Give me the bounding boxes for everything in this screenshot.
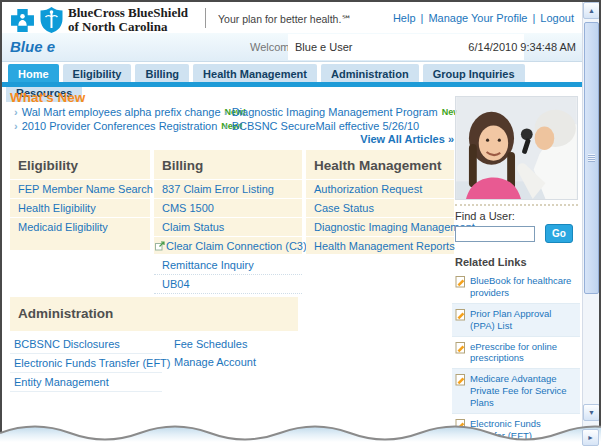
- link-fep-member-name-search[interactable]: FEP Member Name Search: [10, 179, 150, 198]
- link-separator: |: [532, 12, 535, 24]
- related-link-medicare-advantage[interactable]: Medicare Advantage Private Fee for Servi…: [452, 369, 580, 414]
- news-item: ›2010 Provider Conferences RegistrationN…: [14, 120, 243, 132]
- arrow-bullet-icon: ›: [224, 120, 228, 132]
- related-link-label: BlueBook for healthcare providers: [470, 275, 578, 299]
- related-link-label: Medicare Advantage Private Fee for Servi…: [470, 373, 578, 409]
- logo-line1: BlueCross BlueShield: [68, 6, 188, 20]
- administration-panel-title: Administration: [10, 297, 298, 327]
- tab-group-inquiries[interactable]: Group Inquiries: [423, 64, 525, 83]
- view-all-articles-link[interactable]: View All Articles »: [0, 133, 454, 145]
- link-entity-management[interactable]: Entity Management: [10, 373, 162, 392]
- blue-e-banner: Blue e Welcome Blue e User 6/14/2010 9:3…: [2, 33, 582, 62]
- blue-shield-icon: [39, 7, 64, 33]
- news-link-walmart-prefix[interactable]: Wal Mart employees alpha prefix change: [22, 106, 221, 118]
- link-health-eligibility[interactable]: Health Eligibility: [10, 198, 150, 217]
- link-label: Clear Claim Connection (C3): [166, 237, 307, 255]
- link-manage-account[interactable]: Manage Account: [170, 353, 300, 371]
- document-icon: [455, 341, 466, 354]
- doctor-patient-photo: [455, 96, 578, 200]
- related-link-label: Prior Plan Approval (PPA) List: [470, 308, 578, 332]
- health-management-panel: Health Management Authorization Request …: [306, 150, 454, 254]
- related-link-eprescribe[interactable]: ePrescribe for online prescriptions: [452, 337, 580, 370]
- link-clear-claim-connection[interactable]: Clear Claim Connection (C3): [154, 236, 302, 255]
- scroll-up-button[interactable]: ▲: [583, 2, 600, 19]
- scroll-right-button[interactable]: ►: [582, 429, 599, 446]
- tab-administration[interactable]: Administration: [321, 64, 419, 83]
- document-icon: [455, 275, 466, 288]
- related-link-prior-plan-approval[interactable]: Prior Plan Approval (PPA) List: [452, 304, 580, 337]
- window-border-top: [0, 0, 601, 2]
- tab-home[interactable]: Home: [8, 64, 59, 83]
- go-button[interactable]: Go: [545, 224, 573, 243]
- manage-profile-link[interactable]: Manage Your Profile: [428, 12, 527, 24]
- document-icon: [455, 418, 466, 431]
- tab-billing[interactable]: Billing: [135, 64, 189, 83]
- arrow-bullet-icon: ›: [14, 120, 18, 132]
- related-links-heading: Related Links: [455, 256, 527, 268]
- news-item: ›BCBSNC SecureMail effective 5/26/10: [224, 120, 423, 132]
- document-icon: [455, 373, 466, 386]
- related-link-label: ePrescribe for online prescriptions: [470, 341, 578, 365]
- whats-new-heading: What's New: [10, 90, 85, 105]
- link-fee-schedules[interactable]: Fee Schedules: [170, 335, 300, 353]
- news-item: ›Diagnostic Imaging Management ProgramNe…: [224, 106, 463, 118]
- blue-cross-icon: [10, 8, 35, 33]
- arrow-bullet-icon: ›: [14, 106, 18, 118]
- news-link-diagnostic-imaging[interactable]: Diagnostic Imaging Management Program: [232, 106, 438, 118]
- dotted-separator: [455, 204, 578, 206]
- link-diagnostic-imaging-management[interactable]: Diagnostic Imaging Management: [306, 217, 454, 236]
- link-bcbsnc-disclosures[interactable]: BCBSNC Disclosures: [10, 335, 162, 354]
- news-link-securemail[interactable]: BCBSNC SecureMail effective 5/26/10: [232, 120, 420, 132]
- scrollbar-thumb[interactable]: [584, 22, 599, 294]
- brand-tagline: Your plan for better health.℠: [218, 13, 352, 25]
- find-user-input[interactable]: [455, 226, 535, 242]
- utility-links: Help|Manage Your Profile|Logout: [393, 12, 574, 24]
- billing-panel: Billing 837 Claim Error Listing CMS 1500…: [154, 150, 302, 254]
- news-link-provider-conferences[interactable]: 2010 Provider Conferences Registration: [22, 120, 218, 132]
- help-link[interactable]: Help: [393, 12, 416, 24]
- arrow-bullet-icon: ›: [224, 106, 228, 118]
- administration-panel: Administration: [10, 297, 298, 331]
- administration-column-2: Fee Schedules Manage Account: [170, 335, 300, 371]
- related-link-eft-registration[interactable]: Electronic Funds Transfer (EFT) Registra…: [452, 414, 580, 448]
- link-case-status[interactable]: Case Status: [306, 198, 454, 217]
- logo-text: BlueCross BlueShield of North Carolina: [68, 6, 188, 35]
- header-divider: [205, 8, 206, 28]
- eligibility-panel: Eligibility FEP Member Name Search Healt…: [10, 150, 150, 250]
- link-medicaid-eligibility[interactable]: Medicaid Eligibility: [10, 217, 150, 236]
- administration-column-1: BCBSNC Disclosures Electronic Funds Tran…: [10, 335, 162, 392]
- window-border-left: [0, 0, 2, 440]
- news-item: ›Wal Mart employees alpha prefix changeN…: [14, 106, 246, 118]
- link-cms-1500[interactable]: CMS 1500: [154, 198, 302, 217]
- eligibility-panel-title: Eligibility: [10, 150, 150, 179]
- nav-accent-stripe: [2, 82, 582, 87]
- billing-panel-extra: Remittance Inquiry UB04: [154, 256, 302, 294]
- tab-eligibility[interactable]: Eligibility: [63, 64, 132, 83]
- current-datetime: 6/14/2010 9:34:48 AM: [468, 41, 576, 53]
- new-window-icon: [155, 241, 165, 251]
- bcbsnc-logo: BlueCross BlueShield of North Carolina: [10, 6, 188, 35]
- find-user-label: Find a User:: [455, 210, 515, 222]
- scroll-down-button[interactable]: ▼: [583, 404, 600, 421]
- top-header-bar: BlueCross BlueShield of North Carolina Y…: [2, 2, 582, 33]
- link-electronic-funds-transfer[interactable]: Electronic Funds Transfer (EFT): [10, 354, 162, 373]
- link-ub04[interactable]: UB04: [154, 275, 302, 294]
- health-management-panel-title: Health Management: [306, 150, 454, 179]
- related-link-bluebook[interactable]: BlueBook for healthcare providers: [452, 271, 580, 304]
- blue-e-portal-window: BlueCross BlueShield of North Carolina Y…: [0, 0, 601, 448]
- app-title: Blue e: [10, 38, 55, 55]
- vertical-scrollbar[interactable]: ▲ ▼: [582, 2, 599, 446]
- billing-panel-title: Billing: [154, 150, 302, 179]
- related-links-list: BlueBook for healthcare providers Prior …: [452, 271, 580, 448]
- related-link-label: Electronic Funds Transfer (EFT) Registra…: [470, 418, 578, 448]
- logout-link[interactable]: Logout: [540, 12, 574, 24]
- link-authorization-request[interactable]: Authorization Request: [306, 179, 454, 198]
- link-remittance-inquiry[interactable]: Remittance Inquiry: [154, 256, 302, 275]
- link-separator: |: [421, 12, 424, 24]
- link-health-management-reports[interactable]: Health Management Reports: [306, 236, 454, 255]
- link-claim-status[interactable]: Claim Status: [154, 217, 302, 236]
- document-icon: [455, 308, 466, 321]
- link-837-claim-error-listing[interactable]: 837 Claim Error Listing: [154, 179, 302, 198]
- tab-health-management[interactable]: Health Management: [193, 64, 317, 83]
